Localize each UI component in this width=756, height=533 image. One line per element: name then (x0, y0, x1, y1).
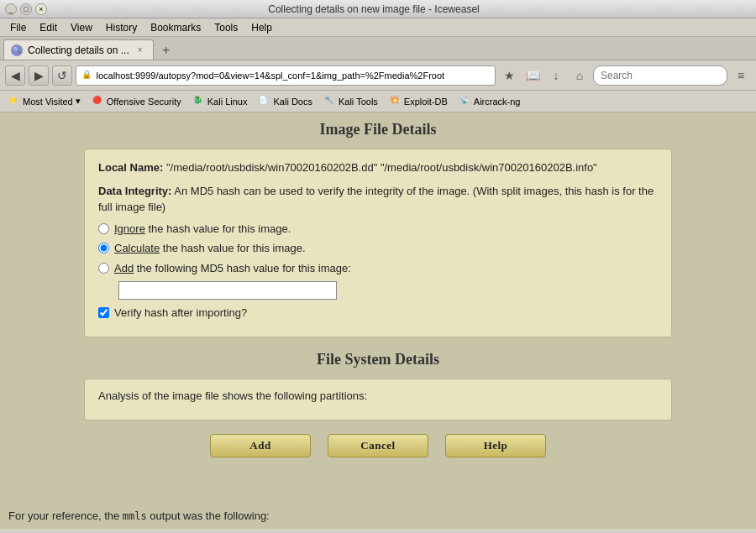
offensive-security-icon: 🔴 (92, 96, 104, 107)
reader-view-button[interactable]: 📖 (522, 65, 543, 86)
search-bar[interactable] (593, 65, 727, 86)
most-visited-icon: ⭐ (8, 96, 20, 107)
bookmark-offensive-security[interactable]: 🔴 Offensive Security (87, 93, 186, 110)
radio-calculate-label: Calculate the hash value for this image. (114, 240, 306, 257)
bookmark-star-button[interactable]: ★ (499, 65, 519, 86)
bookmark-kali-tools[interactable]: 🔧 Kali Tools (319, 93, 383, 110)
bookmark-label-kali-linux: Kali Linux (207, 97, 248, 107)
md5-input-container (118, 281, 658, 300)
page-content: Image File Details Local Name: "/media/r… (84, 121, 672, 457)
data-integrity-label: Data Integrity: (98, 185, 171, 197)
verify-hash-checkbox[interactable] (98, 307, 109, 318)
menu-bookmarks[interactable]: Bookmarks (144, 20, 207, 35)
analysis-text: Analysis of the image file shows the fol… (98, 389, 658, 402)
help-button[interactable]: Help (445, 434, 546, 457)
file-system-title: File System Details (84, 351, 672, 368)
exploit-db-icon: 💥 (390, 96, 402, 107)
window-minimize-btn[interactable]: _ (5, 3, 17, 15)
radio-add-label: Add the following MD5 hash value for thi… (114, 260, 351, 277)
md5-hash-input[interactable] (118, 281, 337, 300)
bookmark-aircrack-ng[interactable]: 📡 Aircrack-ng (454, 93, 526, 110)
bookmarks-bar: ⭐ Most Visited ▾ 🔴 Offensive Security 🐉 … (0, 91, 756, 112)
most-visited-dropdown-icon: ▾ (76, 96, 81, 107)
menu-view[interactable]: View (64, 20, 99, 35)
bookmark-most-visited[interactable]: ⭐ Most Visited ▾ (3, 93, 86, 110)
menu-tools[interactable]: Tools (207, 20, 244, 35)
buttons-row: Add Cancel Help (84, 434, 672, 457)
bookmark-label-most-visited: Most Visited (23, 97, 73, 107)
radio-group: Ignore the hash value for this image. Ca… (98, 221, 658, 300)
active-tab[interactable]: 🔍 Collecting details on ... × (3, 39, 154, 60)
hamburger-menu-button[interactable]: ≡ (731, 65, 751, 86)
url-input[interactable] (97, 71, 491, 81)
image-file-info-box: Local Name: "/media/root/usbdisk/win7002… (84, 149, 672, 337)
bookmark-kali-docs[interactable]: 📄 Kali Docs (254, 93, 317, 110)
radio-ignore-label: Ignore the hash value for this image. (114, 221, 291, 238)
local-name-value: "/media/root/usbdisk/win70020160202B.dd"… (166, 161, 597, 174)
kali-tools-icon: 🔧 (324, 96, 336, 107)
footer-text-before: For your reference, the (8, 509, 123, 522)
radio-add[interactable] (98, 263, 109, 274)
titlebar: _ □ × Collecting details on new image fi… (0, 0, 756, 18)
analysis-box: Analysis of the image file shows the fol… (84, 379, 672, 421)
data-integrity-text: An MD5 hash can be used to verify the in… (98, 185, 654, 214)
verify-checkbox-row: Verify hash after importing? (98, 305, 658, 321)
bookmark-label-kali-tools: Kali Tools (339, 97, 378, 107)
window-close-btn[interactable]: × (35, 3, 47, 15)
aircrack-ng-icon: 📡 (459, 96, 471, 107)
download-button[interactable]: ↓ (546, 65, 566, 86)
footer-text-after: output was the following: (147, 509, 270, 522)
menu-history[interactable]: History (99, 20, 144, 35)
local-name-row: Local Name: "/media/root/usbdisk/win7002… (98, 159, 658, 176)
url-bar[interactable]: 🔒 (76, 65, 496, 86)
navbar: ◀ ▶ ↺ 🔒 ★ 📖 ↓ ⌂ ≡ (0, 60, 756, 91)
menu-edit[interactable]: Edit (33, 20, 64, 35)
tab-close-btn[interactable]: × (134, 44, 146, 56)
back-button[interactable]: ◀ (5, 65, 25, 86)
new-tab-button[interactable]: + (157, 41, 176, 60)
menu-file[interactable]: File (3, 20, 33, 35)
bookmark-label-kali-docs: Kali Docs (273, 97, 312, 107)
tabbar: 🔍 Collecting details on ... × + (0, 37, 756, 60)
forward-button[interactable]: ▶ (29, 65, 49, 86)
kali-docs-icon: 📄 (259, 96, 270, 107)
home-button[interactable]: ⌂ (570, 65, 590, 86)
footer-area: For your reference, the mmls output was … (0, 503, 756, 529)
radio-ignore[interactable] (98, 223, 109, 234)
reload-button[interactable]: ↺ (52, 65, 72, 86)
bookmark-label-aircrack-ng: Aircrack-ng (474, 97, 521, 107)
content-area: Image File Details Local Name: "/media/r… (0, 112, 756, 503)
menu-help[interactable]: Help (244, 20, 279, 35)
tab-favicon: 🔍 (11, 44, 23, 56)
kali-linux-icon: 🐉 (193, 96, 205, 107)
window-controls[interactable]: _ □ × (5, 3, 47, 15)
window-title: Collecting details on new image file - I… (47, 3, 701, 15)
add-button[interactable]: Add (210, 434, 311, 457)
bookmark-label-exploit-db: Exploit-DB (404, 97, 448, 107)
bookmark-kali-linux[interactable]: 🐉 Kali Linux (188, 93, 253, 110)
data-integrity-row: Data Integrity: An MD5 hash can be used … (98, 183, 658, 216)
radio-calculate-item: Calculate the hash value for this image. (98, 240, 658, 257)
verify-hash-label: Verify hash after importing? (114, 305, 247, 321)
image-file-title: Image File Details (84, 121, 672, 138)
tab-label: Collecting details on ... (28, 44, 129, 56)
cancel-button[interactable]: Cancel (328, 434, 428, 457)
footer-mono-text: mmls (123, 510, 147, 522)
bookmark-label-offensive-security: Offensive Security (107, 97, 181, 107)
search-input[interactable] (601, 70, 720, 81)
local-name-label: Local Name: (98, 161, 163, 174)
menubar: File Edit View History Bookmarks Tools H… (0, 18, 756, 37)
bookmark-exploit-db[interactable]: 💥 Exploit-DB (385, 93, 453, 110)
radio-calculate[interactable] (98, 243, 109, 253)
radio-add-item: Add the following MD5 hash value for thi… (98, 260, 658, 277)
url-icon: 🔒 (81, 70, 93, 81)
window-maximize-btn[interactable]: □ (20, 3, 32, 15)
radio-ignore-item: Ignore the hash value for this image. (98, 221, 658, 238)
